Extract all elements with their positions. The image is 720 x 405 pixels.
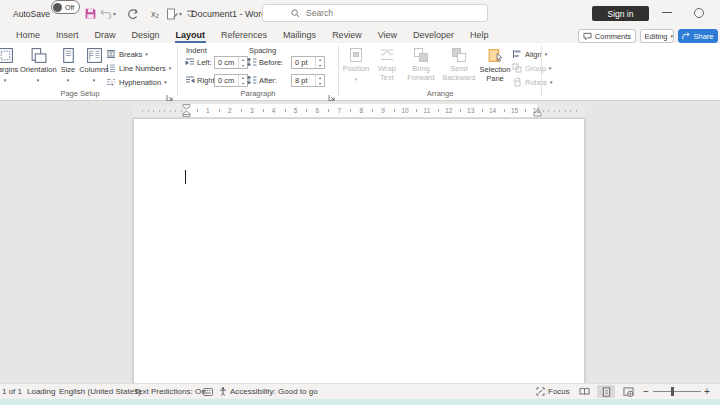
ruler-tick xyxy=(576,110,577,112)
line-numbers-label: Line Numbers xyxy=(119,64,166,73)
sign-in-button[interactable]: Sign in xyxy=(592,6,649,21)
selection-pane-icon xyxy=(487,47,504,64)
orientation-icon xyxy=(30,47,47,64)
search-placeholder: Search xyxy=(306,8,333,18)
web-layout-icon xyxy=(623,387,634,397)
share-button[interactable]: Share xyxy=(678,29,718,43)
group-separator xyxy=(338,46,339,96)
spinner-arrows-icon[interactable]: ▴▾ xyxy=(315,57,324,68)
breaks-button[interactable]: Breaks xyxy=(106,48,148,60)
send-backward-button: Send Backward xyxy=(440,46,478,94)
editing-label: Editing xyxy=(645,32,668,41)
autosave-label: AutoSave xyxy=(13,0,50,27)
spinner-arrows-icon[interactable]: ▴▾ xyxy=(315,75,324,86)
language-status[interactable]: English (United States) xyxy=(59,384,141,399)
hyphenation-button[interactable]: Hyphenation xyxy=(106,76,167,88)
line-numbers-button[interactable]: Line Numbers xyxy=(106,62,171,74)
align-icon xyxy=(512,49,522,59)
focus-label: Focus xyxy=(548,387,570,396)
read-mode-view-button[interactable] xyxy=(575,385,593,398)
tab-layout[interactable]: Layout xyxy=(168,27,214,43)
comment-icon xyxy=(583,32,592,40)
indent-right-icon xyxy=(185,75,195,87)
comments-button[interactable]: Comments xyxy=(578,29,636,43)
minimize-button[interactable] xyxy=(662,12,672,15)
tab-references[interactable]: References xyxy=(213,27,275,43)
indent-left-input[interactable]: 0 cm ▴▾ xyxy=(214,56,248,69)
ruler-tick xyxy=(142,110,143,112)
autosave-toggle[interactable]: Off xyxy=(51,0,80,14)
ruler-number: 16 xyxy=(533,107,540,114)
search-input[interactable]: Search xyxy=(262,4,488,22)
focus-button[interactable]: Focus xyxy=(536,384,570,399)
status-bar: 1 of 1 Loading English (United States) T… xyxy=(0,383,720,399)
ruler-tick xyxy=(559,110,560,112)
ruler-tick xyxy=(197,109,198,112)
group-separator xyxy=(177,46,178,96)
print-layout-view-button[interactable] xyxy=(597,385,615,398)
tab-mailings[interactable]: Mailings xyxy=(275,27,324,43)
accessibility-status[interactable]: Accessibility: Good to go xyxy=(219,384,318,399)
title-bar: AutoSave Off ▾ x₂ xyxy=(0,0,720,27)
zoom-slider-track[interactable] xyxy=(653,391,701,392)
margins-label: Margins xyxy=(0,65,18,74)
spinner-arrows-icon[interactable]: ▴▾ xyxy=(238,57,247,68)
margins-icon xyxy=(0,47,14,64)
editor-caret-icon: ▾ xyxy=(179,10,182,17)
indent-left-label: Left: xyxy=(197,58,212,67)
subscript-qat-button[interactable]: x₂ xyxy=(148,5,162,22)
indent-right-input[interactable]: 0 cm ▴▾ xyxy=(214,74,248,87)
ruler-tick xyxy=(219,109,220,112)
save-button[interactable] xyxy=(82,5,98,22)
ruler-tick xyxy=(460,109,461,112)
selection-pane-button[interactable]: Selection Pane xyxy=(478,46,512,94)
orientation-button[interactable]: Orientation ▾ xyxy=(20,46,56,94)
size-button[interactable]: Size ▾ xyxy=(56,46,80,94)
undo-button[interactable]: ▾ xyxy=(99,5,117,22)
ruler-tick xyxy=(328,109,329,112)
size-icon xyxy=(60,47,77,64)
zoom-out-button[interactable]: − xyxy=(643,384,649,399)
orientation-caret-icon: ▾ xyxy=(20,76,56,85)
ruler-number: 4 xyxy=(272,107,276,114)
document-page[interactable] xyxy=(133,118,585,384)
redo-button[interactable] xyxy=(125,5,139,22)
text-predictions-icon[interactable] xyxy=(203,384,213,399)
zoom-in-button[interactable]: + xyxy=(704,384,710,399)
indent-markers-icon[interactable] xyxy=(182,104,191,117)
tab-home[interactable]: Home xyxy=(8,27,48,43)
ruler-tick xyxy=(164,110,165,112)
tab-view[interactable]: View xyxy=(370,27,405,43)
position-button: Position ▾ xyxy=(341,46,371,94)
margins-button[interactable]: Margins ▾ xyxy=(0,46,22,94)
tab-draw[interactable]: Draw xyxy=(87,27,124,43)
page-setup-dialog-launcher[interactable] xyxy=(166,88,175,97)
tab-design[interactable]: Design xyxy=(124,27,168,43)
rotate-label: Rotate xyxy=(525,78,547,87)
paragraph-dialog-launcher[interactable] xyxy=(328,88,337,97)
tab-review[interactable]: Review xyxy=(324,27,370,43)
ribbon-tab-row: Home Insert Draw Design Layout Reference… xyxy=(0,27,720,43)
wrap-text-label-2: Text xyxy=(372,74,402,83)
text-predictions-status[interactable]: Text Predictions: On xyxy=(134,384,206,399)
tab-help[interactable]: Help xyxy=(462,27,497,43)
web-layout-view-button[interactable] xyxy=(619,385,637,398)
zoom-slider-thumb[interactable] xyxy=(671,387,674,396)
horizontal-ruler[interactable]: 12345678910111213141516 xyxy=(133,104,585,117)
ruler-number: 13 xyxy=(467,107,474,114)
editing-mode-button[interactable]: Editing xyxy=(640,29,674,43)
undo-icon xyxy=(100,8,112,19)
page-indicator[interactable]: 1 of 1 xyxy=(2,384,22,399)
tab-insert[interactable]: Insert xyxy=(48,27,87,43)
maximize-button[interactable] xyxy=(694,8,704,18)
hyphenation-label: Hyphenation xyxy=(119,78,161,87)
spacing-before-input[interactable]: 0 pt ▴▾ xyxy=(291,56,325,69)
ruler-number: 10 xyxy=(401,107,408,114)
spacing-after-input[interactable]: 8 pt ▴▾ xyxy=(291,74,325,87)
tab-developer[interactable]: Developer xyxy=(405,27,462,43)
read-mode-icon xyxy=(579,387,590,396)
editor-qat-button[interactable]: ▾ xyxy=(164,5,184,22)
indent-left-value: 0 cm xyxy=(218,58,234,67)
ruler-tick xyxy=(416,109,417,112)
spinner-arrows-icon[interactable]: ▴▾ xyxy=(238,75,247,86)
